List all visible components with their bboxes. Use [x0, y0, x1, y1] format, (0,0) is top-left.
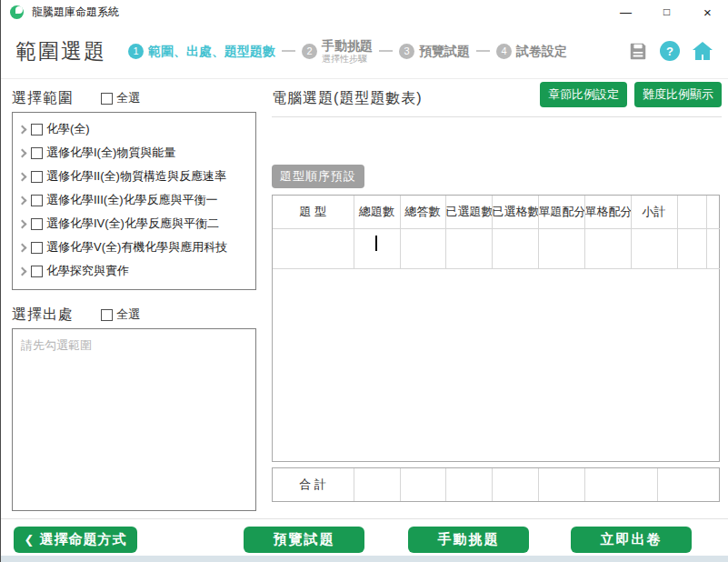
tree-item-label: 化學(全) [46, 121, 90, 137]
help-icon[interactable]: ? [660, 41, 680, 61]
ratio-buttons: 章節比例設定 難度比例顯示 [540, 82, 722, 107]
total-cell [400, 468, 445, 501]
page-header: 範圍選題 1 範圍、出處、題型題數 2 手動挑題 選擇性步驟 3 預覽試題 4 [1, 24, 728, 79]
save-icon[interactable] [628, 41, 648, 61]
chevron-right-icon[interactable] [18, 172, 27, 181]
total-cell [445, 468, 492, 501]
tree-checkbox[interactable] [31, 242, 43, 254]
source-section-header: 選擇出處 全選 [12, 304, 256, 326]
tree-checkbox[interactable] [31, 218, 43, 230]
chevron-right-icon[interactable] [18, 125, 27, 134]
source-select-all-checkbox[interactable] [101, 309, 113, 321]
cell-selected-questions[interactable] [445, 228, 492, 268]
cell-points-per-question[interactable] [538, 228, 584, 268]
footer-bar: ❮ 選擇命題方式 預覽試題 手動挑題 立即出卷 [1, 518, 728, 556]
minimize-button[interactable]: — [605, 5, 646, 19]
question-type-preset-badge[interactable]: 題型順序預設 [272, 165, 364, 188]
source-placeholder: 請先勾選範圍 [21, 338, 92, 352]
tree-item-label: 選修化學II(全)物質構造與反應速率 [46, 168, 226, 185]
cell-empty [706, 228, 720, 268]
window-controls: — □ × [605, 5, 728, 20]
col-selected-blanks: 已選格數 [492, 196, 538, 228]
header-icons: ? [628, 41, 713, 61]
total-cell [538, 468, 584, 501]
text-caret [375, 236, 377, 251]
cell-subtotal[interactable] [631, 228, 677, 268]
tree-checkbox[interactable] [31, 124, 43, 135]
chapter-ratio-button[interactable]: 章節比例設定 [540, 82, 627, 107]
generate-paper-button[interactable]: 立即出卷 [571, 527, 692, 553]
step-3-label: 預覽試題 [419, 44, 470, 58]
total-cell [492, 468, 538, 501]
wizard-steps: 1 範圍、出處、題型題數 2 手動挑題 選擇性步驟 3 預覽試題 4 試卷設定 [128, 38, 567, 63]
home-icon[interactable] [692, 41, 713, 61]
col-subtotal: 小計 [631, 196, 677, 228]
question-type-table: 題 型 總題數 總答數 已選題數 已選格數 單題配分 單格配分 小計 [272, 195, 720, 462]
difficulty-ratio-button[interactable]: 難度比例顯示 [634, 82, 722, 107]
tree-item-elective-3[interactable]: 選修化學III(全)化學反應與平衡一 [13, 188, 255, 212]
chevron-right-icon[interactable] [18, 266, 27, 276]
panel-divider [272, 116, 722, 117]
tree-item-elective-5[interactable]: 選修化學V(全)有機化學與應用科技 [13, 236, 255, 259]
col-total-answers: 總答數 [400, 196, 445, 228]
chevron-right-icon[interactable] [18, 219, 27, 228]
source-select-all[interactable]: 全選 [101, 306, 140, 323]
col-total-questions: 總題數 [354, 196, 400, 228]
cell-points-per-blank[interactable] [584, 228, 631, 268]
source-select-all-label: 全選 [116, 306, 140, 323]
table-row [273, 228, 720, 268]
chevron-right-icon[interactable] [18, 196, 27, 205]
tree-checkbox[interactable] [31, 171, 43, 183]
manual-pick-button[interactable]: 手動挑題 [408, 527, 529, 553]
tree-checkbox[interactable] [31, 266, 43, 277]
source-list[interactable]: 請先勾選範圍 [12, 328, 256, 511]
tree-item-elective-2[interactable]: 選修化學II(全)物質構造與反應速率 [13, 165, 255, 188]
close-button[interactable]: × [687, 5, 728, 20]
table-header-row: 題 型 總題數 總答數 已選題數 已選格數 單題配分 單格配分 小計 [273, 196, 720, 228]
bottom-strip [1, 556, 728, 562]
cell-total-answers[interactable] [400, 228, 445, 268]
page-title: 範圍選題 [15, 37, 106, 65]
step-connector [282, 50, 295, 52]
step-4-label: 試卷設定 [516, 44, 567, 58]
main-panel: 電腦選題(題型題數表) 章節比例設定 難度比例顯示 題型順序預設 題 型 總題數… [272, 82, 722, 502]
total-row: 合 計 [272, 467, 720, 502]
tree-item-elective-4[interactable]: 選修化學IV(全)化學反應與平衡二 [13, 212, 255, 236]
app-window: 龍騰題庫命題系統 — □ × 範圍選題 1 範圍、出處、題型題數 2 手動挑題 … [0, 0, 728, 562]
col-points-per-blank: 單格配分 [584, 196, 631, 228]
tree-item-label: 選修化學III(全)化學反應與平衡一 [46, 192, 218, 208]
maximize-button[interactable]: □ [646, 5, 687, 18]
chevron-right-icon[interactable] [18, 148, 27, 157]
step-1-number: 1 [128, 44, 144, 59]
step-4-paper-settings: 4 試卷設定 [496, 44, 567, 59]
chevron-right-icon[interactable] [18, 243, 27, 252]
help-glyph: ? [666, 45, 673, 58]
cell-empty [677, 228, 706, 268]
app-logo-icon [10, 5, 24, 19]
tree-checkbox[interactable] [31, 195, 43, 206]
tree-item-inquiry-practice[interactable]: 化學探究與實作 [13, 259, 255, 283]
step-connector [476, 50, 490, 52]
source-section-title: 選擇出處 [12, 306, 74, 325]
range-select-all[interactable]: 全選 [101, 90, 140, 106]
main-panel-header: 電腦選題(題型題數表) 章節比例設定 難度比例顯示 [272, 82, 722, 108]
back-to-method-button[interactable]: ❮ 選擇命題方式 [14, 527, 137, 553]
back-button-label: 選擇命題方式 [39, 531, 126, 548]
tree-item-elective-1[interactable]: 選修化學I(全)物質與能量 [13, 141, 255, 165]
total-label: 合 計 [273, 468, 354, 501]
range-tree: 化學(全) 選修化學I(全)物質與能量 選修化學II(全)物質構造與反應速率 選… [12, 112, 256, 290]
tree-item-chemistry-all[interactable]: 化學(全) [13, 117, 255, 141]
step-2-manual-pick: 2 手動挑題 選擇性步驟 [302, 38, 373, 63]
col-question-type: 題 型 [273, 196, 354, 228]
step-1-range: 1 範圍、出處、題型題數 [128, 44, 275, 59]
col-points-per-question: 單題配分 [538, 196, 584, 228]
tree-checkbox[interactable] [31, 147, 43, 159]
step-4-number: 4 [496, 44, 512, 59]
range-select-all-checkbox[interactable] [101, 93, 113, 105]
step-connector [379, 50, 393, 52]
title-bar: 龍騰題庫命題系統 — □ × [1, 0, 728, 24]
cell-selected-blanks[interactable] [492, 228, 538, 268]
step-2-label: 手動挑題 [322, 38, 373, 53]
cell-question-type[interactable] [273, 228, 354, 268]
preview-questions-button[interactable]: 預覽試題 [244, 527, 364, 553]
